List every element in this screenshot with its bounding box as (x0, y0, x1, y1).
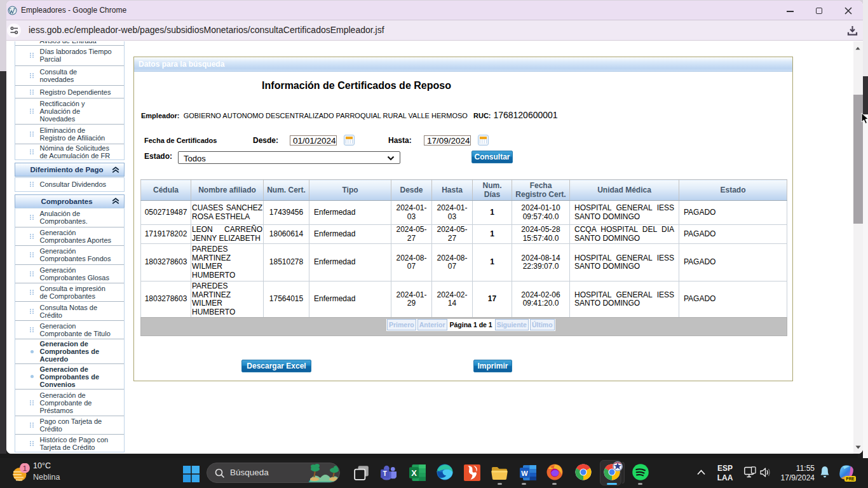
svg-text:X: X (411, 468, 417, 478)
svg-text:1: 1 (23, 464, 27, 472)
svg-text:T: T (383, 470, 388, 477)
svg-text:W: W (521, 470, 528, 477)
